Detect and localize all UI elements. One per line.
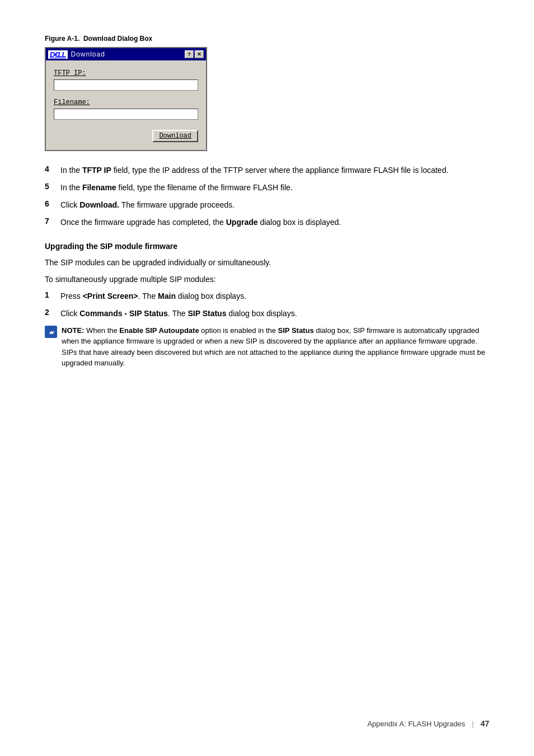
note-box: 𝓊 NOTE: When the Enable SIP Autoupdate o… [45,325,489,369]
download-button[interactable]: Download [152,130,198,142]
dialog-title: Download [71,50,185,58]
substep-1-text: Press <Print Screen>. The Main dialog bo… [60,290,246,302]
page-footer: Appendix A: FLASH Upgrades | 47 [367,719,489,728]
dialog-box: D€LL Download ? ✕ TFTP IP: Filename: Dow… [45,47,207,151]
titlebar-buttons: ? ✕ [185,50,204,58]
section-heading: Upgrading the SIP module firmware [45,242,489,251]
dialog-button-row: Download [54,128,198,142]
substep-1: 1 Press <Print Screen>. The Main dialog … [45,290,489,302]
substeps-list: 1 Press <Print Screen>. The Main dialog … [45,290,489,320]
step-6-text: Click Download. The firmware upgrade pro… [60,199,235,211]
section-para-1: The SIP modules can be upgraded individu… [45,256,489,269]
step-5-number: 5 [45,182,60,191]
filename-label: Filename: [54,98,198,106]
page-number: 47 [480,719,489,728]
footer-text: Appendix A: FLASH Upgrades [367,720,465,728]
dialog-body: TFTP IP: Filename: Download [46,60,206,150]
substep-2: 2 Click Commands - SIP Status. The SIP S… [45,308,489,320]
step-7: 7 Once the firmware upgrade has complete… [45,217,489,228]
substep-2-text: Click Commands - SIP Status. The SIP Sta… [60,308,297,320]
step-4-number: 4 [45,165,60,173]
step-7-text: Once the firmware upgrade has completed,… [60,217,341,228]
step-7-number: 7 [45,217,60,226]
tftp-ip-input[interactable] [54,79,198,91]
step-6: 6 Click Download. The firmware upgrade p… [45,199,489,211]
note-icon: 𝓊 [45,326,57,338]
step-6-number: 6 [45,199,60,208]
step-5-text: In the Filename field, type the filename… [60,182,293,194]
footer-divider: | [472,720,474,728]
steps-list: 4 In the TFTP IP field, type the IP addr… [45,165,489,228]
help-button[interactable]: ? [185,50,194,58]
dialog-titlebar: D€LL Download ? ✕ [46,48,206,60]
step-4-text: In the TFTP IP field, type the IP addres… [60,165,448,176]
dell-logo: D€LL [48,50,68,59]
close-button[interactable]: ✕ [195,50,204,58]
tftp-ip-label: TFTP IP: [54,69,198,77]
figure-caption: Figure A-1. Download Dialog Box [45,35,152,43]
step-5: 5 In the Filename field, type the filena… [45,182,489,194]
substep-2-number: 2 [45,308,60,317]
step-4: 4 In the TFTP IP field, type the IP addr… [45,165,489,176]
filename-input[interactable] [54,109,198,120]
substep-1-number: 1 [45,290,60,299]
section-para-2: To simultaneously upgrade multiple SIP m… [45,273,489,285]
note-text: NOTE: When the Enable SIP Autoupdate opt… [62,325,489,369]
